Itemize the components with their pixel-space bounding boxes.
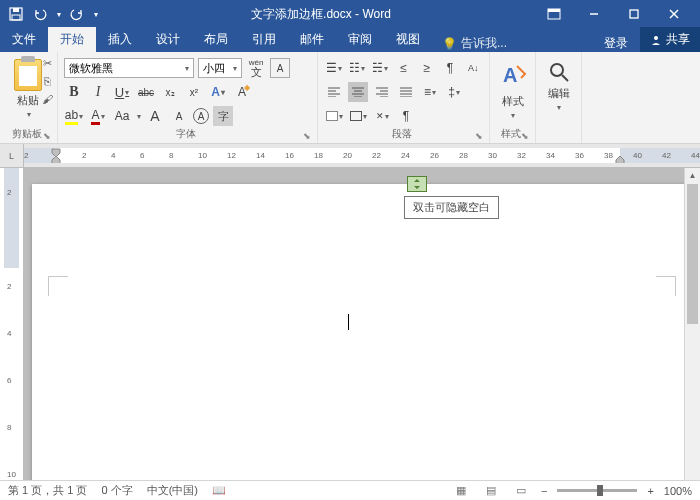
justify-button[interactable]: [396, 82, 416, 102]
shrink-font-button[interactable]: A: [169, 106, 189, 126]
show-marks-button[interactable]: ¶: [396, 106, 416, 126]
ribbon: 粘贴 ▾ ✂ ⎘ 🖌 剪贴板⬊ 微软雅黑▾ 小四▾ wén文 A B I U▾ …: [0, 52, 700, 144]
paragraph-launcher[interactable]: ⬊: [475, 131, 483, 141]
clipboard-launcher[interactable]: ⬊: [43, 131, 51, 141]
strikethrough-button[interactable]: abc: [136, 82, 156, 102]
maximize-icon[interactable]: [616, 4, 652, 24]
workspace: 2246810 双击可隐藏空白 ▲ ▼: [0, 168, 700, 500]
font-launcher[interactable]: ⬊: [303, 131, 311, 141]
tab-view[interactable]: 视图: [384, 27, 432, 52]
svg-rect-2: [12, 15, 20, 20]
tab-insert[interactable]: 插入: [96, 27, 144, 52]
tab-selector[interactable]: L: [0, 144, 24, 167]
text-effects-button[interactable]: A▾: [208, 82, 228, 102]
svg-marker-31: [616, 156, 624, 163]
tab-layout[interactable]: 布局: [192, 27, 240, 52]
numbering-button[interactable]: ☷▾: [347, 58, 366, 78]
group-clipboard: 粘贴 ▾ ✂ ⎘ 🖌 剪贴板⬊: [0, 52, 58, 143]
styles-launcher[interactable]: ⬊: [521, 131, 529, 141]
highlight-button[interactable]: ab▾: [64, 106, 84, 126]
hide-whitespace-button[interactable]: [407, 176, 427, 192]
underline-button[interactable]: U▾: [112, 82, 132, 102]
tab-home[interactable]: 开始: [48, 27, 96, 52]
line-spacing-button[interactable]: ‡▾: [444, 82, 464, 102]
page[interactable]: [32, 184, 692, 500]
login-link[interactable]: 登录: [592, 35, 640, 52]
zoom-in-button[interactable]: +: [647, 485, 653, 497]
grow-font-button[interactable]: A: [145, 106, 165, 126]
align-right-button[interactable]: [372, 82, 392, 102]
indent-marker-left[interactable]: [50, 156, 62, 163]
share-button[interactable]: 共享: [640, 27, 700, 52]
character-border-button[interactable]: A: [270, 58, 290, 78]
zoom-out-button[interactable]: −: [541, 485, 547, 497]
zoom-slider[interactable]: [557, 489, 637, 492]
tell-me-search[interactable]: 💡 告诉我...: [432, 35, 517, 52]
format-painter-icon[interactable]: 🖌: [39, 92, 55, 106]
phonetic-guide-button[interactable]: wén文: [246, 58, 266, 78]
superscript-button[interactable]: x²: [184, 82, 204, 102]
font-color-button[interactable]: A▾: [88, 106, 108, 126]
status-language[interactable]: 中文(中国): [147, 483, 198, 498]
minimize-icon[interactable]: [576, 4, 612, 24]
tab-design[interactable]: 设计: [144, 27, 192, 52]
scrollbar-vertical[interactable]: ▲ ▼: [684, 168, 700, 500]
scrollbar-v-thumb[interactable]: [687, 184, 698, 324]
status-word-count[interactable]: 0 个字: [101, 483, 132, 498]
bold-button[interactable]: B: [64, 82, 84, 102]
group-font: 微软雅黑▾ 小四▾ wén文 A B I U▾ abc x₂ x² A▾ A◆ …: [58, 52, 318, 143]
indent-marker-right[interactable]: [614, 156, 626, 163]
multilevel-button[interactable]: ☵▾: [371, 58, 390, 78]
styles-icon: A: [499, 60, 527, 92]
decrease-indent-button[interactable]: ≤: [394, 58, 413, 78]
tab-mailings[interactable]: 邮件: [288, 27, 336, 52]
cut-icon[interactable]: ✂: [39, 56, 55, 70]
asian-layout-button[interactable]: ✕▾: [372, 106, 392, 126]
close-icon[interactable]: [656, 4, 692, 24]
view-web-icon[interactable]: ▭: [511, 485, 531, 497]
redo-icon[interactable]: [69, 6, 85, 22]
character-shading-button[interactable]: 字: [213, 106, 233, 126]
font-name-combo[interactable]: 微软雅黑▾: [64, 58, 194, 78]
italic-button[interactable]: I: [88, 82, 108, 102]
ribbon-options-icon[interactable]: [536, 4, 572, 24]
save-icon[interactable]: [8, 6, 24, 22]
distribute-button[interactable]: ≡▾: [420, 82, 440, 102]
tell-me-label: 告诉我...: [461, 35, 507, 52]
zoom-slider-knob[interactable]: [597, 485, 603, 496]
undo-icon[interactable]: [32, 6, 48, 22]
tab-references[interactable]: 引用: [240, 27, 288, 52]
status-proofing-icon[interactable]: 📖: [212, 484, 226, 497]
scroll-up-icon[interactable]: ▲: [685, 168, 700, 182]
align-center-button[interactable]: [348, 82, 368, 102]
lightbulb-icon: 💡: [442, 37, 457, 51]
increase-indent-button[interactable]: ≥: [417, 58, 436, 78]
borders-button[interactable]: ▾: [348, 106, 368, 126]
window-title: 文字添加边框.docx - Word: [106, 6, 536, 23]
tab-file[interactable]: 文件: [0, 27, 48, 52]
font-size-combo[interactable]: 小四▾: [198, 58, 242, 78]
tab-review[interactable]: 审阅: [336, 27, 384, 52]
paste-label: 粘贴: [17, 93, 39, 108]
subscript-button[interactable]: x₂: [160, 82, 180, 102]
status-page[interactable]: 第 1 页，共 1 页: [8, 483, 87, 498]
editing-button[interactable]: 编辑 ▾: [547, 60, 571, 112]
ltr-button[interactable]: ¶: [440, 58, 459, 78]
quick-access-toolbar: ▾ ▾: [0, 6, 106, 22]
clear-formatting-button[interactable]: A◆: [232, 82, 252, 102]
shading-button[interactable]: ▾: [324, 106, 344, 126]
view-read-icon[interactable]: ▦: [451, 485, 471, 497]
svg-line-28: [562, 75, 568, 81]
sort-button[interactable]: A↓: [464, 58, 483, 78]
enclose-char-button[interactable]: A: [193, 108, 209, 124]
styles-group-label: 样式: [501, 128, 521, 139]
zoom-level[interactable]: 100%: [664, 485, 692, 497]
view-print-icon[interactable]: ▤: [481, 485, 501, 497]
align-left-button[interactable]: [324, 82, 344, 102]
styles-button[interactable]: A 样式 ▾: [499, 56, 527, 120]
ruler-vertical[interactable]: 2246810: [0, 168, 24, 500]
copy-icon[interactable]: ⎘: [39, 74, 55, 88]
change-case-button[interactable]: Aa: [112, 106, 132, 126]
ruler-horizontal[interactable]: 2246810121416182022242628303234363840424…: [24, 148, 700, 163]
bullets-button[interactable]: ☰▾: [324, 58, 343, 78]
